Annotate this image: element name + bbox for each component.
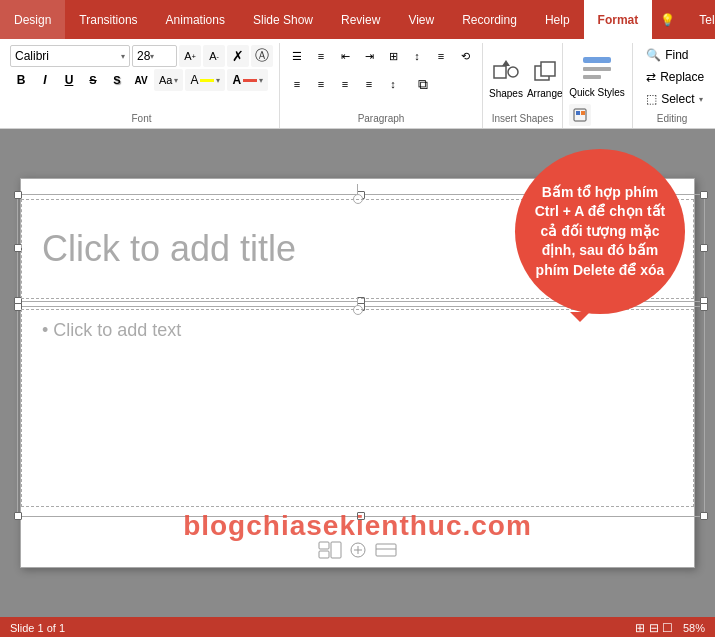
- tab-view[interactable]: View: [394, 0, 448, 39]
- svg-rect-15: [376, 544, 396, 556]
- svg-rect-0: [494, 66, 506, 78]
- find-icon: 🔍: [646, 48, 661, 62]
- canvas-area: Bấm tổ hợp phím Ctrl + A để chọn tất cả …: [0, 129, 715, 617]
- shapes-button[interactable]: Shapes: [489, 56, 523, 99]
- content-handle-br[interactable]: [700, 512, 708, 520]
- tell-me-input[interactable]: Tell me: [691, 0, 715, 39]
- text-direction-button[interactable]: ↕: [406, 45, 428, 67]
- shapes-icon: [490, 56, 522, 88]
- align-right-button[interactable]: ≡: [334, 73, 356, 95]
- font-size-selector[interactable]: 28 ▾: [132, 45, 177, 67]
- shapes-group: Shapes Arrange Insert Shapes: [483, 43, 563, 128]
- tab-bar: Design Transitions Animations Slide Show…: [0, 0, 715, 39]
- svg-marker-2: [502, 60, 510, 66]
- size-dropdown-icon[interactable]: ▾: [150, 52, 154, 61]
- decrease-indent-button[interactable]: ⇤: [334, 45, 356, 67]
- handle-tr[interactable]: [700, 191, 708, 199]
- spacing-button[interactable]: AV: [130, 69, 152, 91]
- justify-button[interactable]: ≡: [358, 73, 380, 95]
- arrange-icon: [529, 56, 561, 88]
- content-handle-tr[interactable]: [700, 303, 708, 311]
- find-label: Find: [665, 48, 688, 62]
- underline-button[interactable]: U: [58, 69, 80, 91]
- tab-review[interactable]: Review: [327, 0, 394, 39]
- strikethrough-button[interactable]: S: [82, 69, 104, 91]
- tab-slideshow[interactable]: Slide Show: [239, 0, 327, 39]
- zoom-level: 58%: [683, 622, 705, 634]
- lightbulb-icon[interactable]: 💡: [652, 0, 683, 39]
- replace-button[interactable]: ⇄ Replace: [639, 67, 711, 87]
- increase-indent-button[interactable]: ⇥: [358, 45, 380, 67]
- highlight-icon: A: [190, 73, 198, 87]
- paragraph-group: ☰ ≡ ⇤ ⇥ ⊞ ↕ ≡ ⟲ ≡ ≡ ≡ ≡ ↕ ⧉ Paragraph: [280, 43, 483, 128]
- find-button[interactable]: 🔍 Find: [639, 45, 695, 65]
- align-center-button[interactable]: ≡: [310, 73, 332, 95]
- tooltip-text: Bấm tổ hợp phím Ctrl + A để chọn tất cả …: [529, 183, 671, 281]
- handle-tl[interactable]: [14, 191, 22, 199]
- quick-styles-group: Quick Styles: [563, 43, 633, 128]
- font-size-display: 28: [137, 49, 150, 63]
- columns-button[interactable]: ⊞: [382, 45, 404, 67]
- tab-recording[interactable]: Recording: [448, 0, 531, 39]
- shadow-button[interactable]: S: [106, 69, 128, 91]
- font-group-label: Font: [10, 111, 273, 126]
- select-label: Select: [661, 92, 694, 106]
- arrange-button[interactable]: Arrange: [527, 56, 563, 99]
- slide-count: Slide 1 of 1: [10, 622, 65, 634]
- font-name-display: Calibri: [15, 49, 49, 63]
- layout-icon-3[interactable]: [374, 541, 398, 559]
- content-placeholder[interactable]: • Click to add text: [21, 309, 694, 507]
- bullets-button[interactable]: ☰: [286, 45, 308, 67]
- font-color-button[interactable]: A ▾: [227, 69, 268, 91]
- paragraph-group-label: Paragraph: [286, 111, 476, 126]
- svg-rect-10: [581, 111, 585, 115]
- svg-rect-4: [541, 62, 555, 76]
- ribbon-toolbar: Calibri ▾ 28 ▾ A+ A- ✗ Ⓐ B I U S S AV Aa…: [0, 39, 715, 129]
- select-chevron-icon[interactable]: ▾: [699, 95, 703, 104]
- tab-transitions[interactable]: Transitions: [65, 0, 151, 39]
- align-text-button[interactable]: ≡: [430, 45, 452, 67]
- replace-icon: ⇄: [646, 70, 656, 84]
- line-spacing-button[interactable]: ↕: [382, 73, 404, 95]
- svg-rect-12: [319, 551, 329, 558]
- editing-group-label: Editing: [639, 111, 705, 126]
- styles-color-dropdown[interactable]: [569, 104, 591, 126]
- layout-icon-2[interactable]: [346, 541, 370, 559]
- arrange-label: Arrange: [527, 88, 563, 99]
- content-text: • Click to add text: [42, 320, 181, 340]
- layout-icon-1[interactable]: [318, 541, 342, 559]
- svg-rect-6: [583, 67, 611, 71]
- watermark: blogchiasekienthuc.com: [21, 510, 694, 542]
- smartart-convert[interactable]: ⟲: [454, 45, 476, 67]
- text-color-picker[interactable]: Ⓐ: [251, 45, 273, 67]
- handle-mr[interactable]: [700, 244, 708, 252]
- font-selector[interactable]: Calibri ▾: [10, 45, 130, 67]
- font-color-icon: A: [232, 73, 241, 87]
- tab-format[interactable]: Format: [584, 0, 653, 39]
- replace-label: Replace: [660, 70, 704, 84]
- quick-styles-button[interactable]: Quick Styles: [569, 47, 625, 98]
- title-text: Click to add title: [42, 228, 296, 270]
- numbering-button[interactable]: ≡: [310, 45, 332, 67]
- font-group: Calibri ▾ 28 ▾ A+ A- ✗ Ⓐ B I U S S AV Aa…: [4, 43, 280, 128]
- font-dropdown-icon[interactable]: ▾: [121, 52, 125, 61]
- tab-animations[interactable]: Animations: [152, 0, 239, 39]
- clear-format-button[interactable]: ✗: [227, 45, 249, 67]
- tab-design[interactable]: Design: [0, 0, 65, 39]
- increase-font-button[interactable]: A+: [179, 45, 201, 67]
- tab-help[interactable]: Help: [531, 0, 584, 39]
- shapes-label: Shapes: [489, 88, 523, 99]
- font-case-button[interactable]: Aa ▾: [154, 69, 183, 91]
- editing-group: 🔍 Find ⇄ Replace ⬚ Select ▾ Editing: [633, 43, 711, 128]
- italic-button[interactable]: I: [34, 69, 56, 91]
- svg-rect-5: [583, 57, 611, 63]
- paragraph-settings-button[interactable]: ⧉: [412, 73, 434, 95]
- view-icons: ⊞ ⊟ ☐: [635, 621, 673, 635]
- quick-styles-icon: [577, 47, 617, 87]
- highlight-color-button[interactable]: A ▾: [185, 69, 225, 91]
- decrease-font-button[interactable]: A-: [203, 45, 225, 67]
- select-button[interactable]: ⬚ Select ▾: [639, 89, 709, 109]
- slide-layout-icons[interactable]: [318, 541, 398, 559]
- bold-button[interactable]: B: [10, 69, 32, 91]
- align-left-button[interactable]: ≡: [286, 73, 308, 95]
